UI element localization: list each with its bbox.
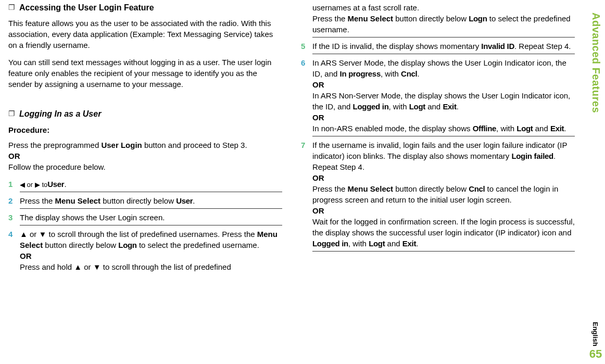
step-divider [20,225,282,225]
ui-label: Logn [469,14,487,23]
section-heading: ❐ Accessing the User Login Feature [8,2,282,14]
step-6: 6 In ARS Server Mode, the display shows … [301,57,575,134]
paragraph: You can still send text messages without… [8,57,282,90]
ui-label: User [47,180,64,189]
step-number: 7 [301,140,312,249]
step-body: Press the Menu Select button directly be… [20,195,282,206]
or-label: OR [312,79,575,90]
heading-text: Accessing the User Login Feature [19,2,154,14]
step-number: 3 [8,212,20,223]
step-number: 1 [8,179,20,190]
ui-label: Logn [118,241,136,249]
step-divider [312,54,575,54]
book-icon: ❐ [8,109,15,119]
or-label: OR [312,205,575,216]
step-divider [312,37,575,37]
ui-label: User [176,196,193,205]
step-4: 4 ▲ or ▼ to scroll through the list of p… [8,229,282,272]
right-column: usernames at a fast scroll rate. Press t… [292,2,580,362]
ui-label: Exit [402,239,416,248]
step-4-continued: usernames at a fast scroll rate. Press t… [312,2,575,35]
step-body: ▲ or ▼ to scroll through the list of pre… [20,229,282,272]
step-body: The display shows the User Login screen. [20,212,282,223]
button-ref: Menu Select [348,14,394,23]
button-ref: Menu Select [348,184,394,193]
ui-label: Logged in [312,239,348,248]
nav-arrows: ◀ or ▶ to [20,180,47,190]
left-column: ❐ Accessing the User Login Feature This … [3,2,292,362]
ui-label: Exit [443,102,456,111]
step-divider [20,192,282,192]
ui-label: Invalid ID [481,42,514,51]
or-label: OR [8,150,282,161]
chapter-title: Advanced Features [590,12,602,113]
step-number: 5 [301,41,312,52]
content-area: ❐ Accessing the User Login Feature This … [0,0,586,364]
subsection-heading: ❐ Logging In as a User [8,108,282,120]
page-number: 65 [589,347,602,361]
step-number: 2 [8,195,20,206]
step-1: 1 ◀ or ▶ to User. [8,179,282,190]
ui-label: In progress [340,69,381,78]
button-ref: Menu Select [55,196,101,205]
step-2: 2 Press the Menu Select button directly … [8,195,282,206]
button-ref: User Login [101,141,142,149]
step-number: 6 [301,57,312,134]
step-body: If the ID is invalid, the display shows … [312,41,575,52]
step-body: In ARS Server Mode, the display shows th… [312,57,575,134]
step-7: 7 If the username is invalid, login fail… [301,140,575,249]
or-label: OR [20,250,282,261]
paragraph: This feature allows you as the user to b… [8,18,282,51]
ui-label: Exit [550,124,564,133]
sidebar-footer: English 65 [589,322,602,361]
step-5: 5 If the ID is invalid, the display show… [301,41,575,52]
step-body: If the username is invalid, login fails … [312,140,575,249]
ui-label: Logt [516,124,533,133]
ui-label: Offline [473,124,496,133]
ui-label: Cncl [401,69,417,78]
step-body: ◀ or ▶ to User. [20,179,282,190]
ui-label: Cncl [469,184,485,193]
step-number: 4 [8,229,20,272]
step-divider [20,208,282,209]
ui-label: Logt [369,239,385,248]
ui-label: Login failed [511,152,553,160]
language-label: English [591,322,599,346]
step-divider [312,136,575,136]
procedure-label: Procedure: [8,124,282,135]
ui-label: Logged in [353,102,389,111]
step-3: 3 The display shows the User Login scree… [8,212,282,223]
heading-text: Logging In as a User [19,108,101,120]
intro-text: Press the preprogrammed User Login butto… [8,140,282,172]
page: ❐ Accessing the User Login Feature This … [0,0,605,364]
sidebar: Advanced Features English 65 [586,0,605,364]
step-divider [312,251,575,252]
book-icon: ❐ [8,3,15,13]
or-label: OR [312,112,575,123]
or-label: OR [312,172,575,183]
ui-label: Logt [409,102,425,111]
